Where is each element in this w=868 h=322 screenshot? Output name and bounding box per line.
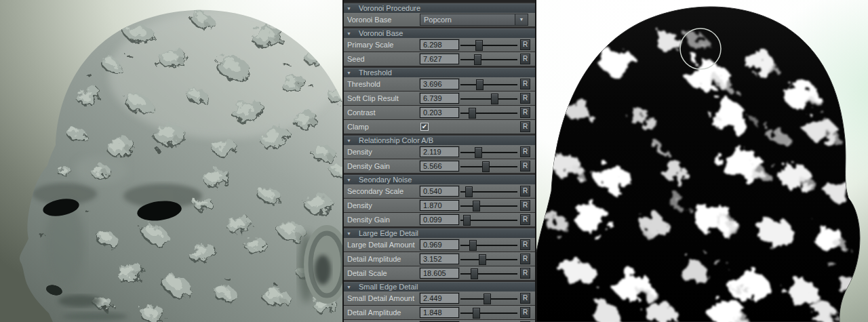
density-gain-slider-track[interactable] bbox=[460, 166, 517, 167]
seed-slider-track[interactable] bbox=[460, 59, 517, 60]
section-header-seondary-noise[interactable]: ▼Seondary Noise bbox=[344, 175, 535, 184]
reset-button[interactable]: R bbox=[520, 268, 530, 279]
param-label: Small Detail Amount bbox=[347, 291, 414, 305]
clamp-checkbox[interactable]: ✔ bbox=[420, 123, 429, 131]
param-row-detail-scale: Detail Scale18.605R bbox=[344, 266, 535, 281]
param-row-secondary-scale: Secondary Scale0.540R bbox=[344, 184, 535, 199]
density-slider-track[interactable] bbox=[460, 152, 517, 153]
reset-button[interactable]: R bbox=[520, 214, 530, 225]
left-viewport[interactable] bbox=[0, 0, 342, 322]
param-label: Contrast bbox=[347, 106, 376, 119]
reset-button[interactable]: R bbox=[520, 239, 530, 250]
param-row-seed: Seed7.627R bbox=[344, 52, 535, 66]
threshold-slider-track[interactable] bbox=[460, 84, 517, 85]
right-viewport[interactable] bbox=[536, 0, 868, 322]
seed-slider-handle[interactable] bbox=[474, 54, 481, 65]
density-slider-track[interactable] bbox=[460, 205, 517, 207]
seed-value-field[interactable]: 7.627 bbox=[420, 54, 459, 64]
large-detail-amount-slider-handle[interactable] bbox=[469, 240, 477, 251]
param-row-large-detail-amount: Large Detail Amount0.969R bbox=[344, 238, 535, 252]
param-label: Voronoi Base bbox=[347, 13, 391, 26]
param-row-density: Density1.870R bbox=[344, 199, 535, 213]
reset-button[interactable]: R bbox=[520, 307, 530, 318]
section-title: Relationship Color A/B bbox=[359, 136, 433, 145]
detail-amplitude-value-field[interactable]: 1.848 bbox=[420, 307, 459, 318]
detail-amplitude-slider-track[interactable] bbox=[460, 259, 517, 260]
primary-scale-value-field[interactable]: 6.298 bbox=[420, 39, 459, 50]
reset-button[interactable]: R bbox=[520, 293, 530, 304]
reset-button[interactable]: R bbox=[520, 79, 530, 89]
param-row-voronoi-base: Voronoi BasePopcorn▼ bbox=[344, 13, 535, 27]
section-header-voronoi-procedure[interactable]: ▼Voronoi Procedure bbox=[344, 3, 535, 13]
reset-button[interactable]: R bbox=[520, 254, 530, 264]
param-label: Density bbox=[347, 145, 372, 159]
param-label: Secondary Scale bbox=[347, 184, 403, 198]
contrast-slider-handle[interactable] bbox=[469, 108, 476, 119]
secondary-scale-slider-handle[interactable] bbox=[465, 186, 473, 197]
reset-button[interactable]: R bbox=[520, 186, 530, 197]
detail-amplitude-slider-track[interactable] bbox=[460, 313, 517, 314]
detail-amplitude-slider-handle[interactable] bbox=[473, 308, 480, 319]
small-detail-amount-slider-track[interactable] bbox=[460, 298, 517, 300]
param-row-density-gain: Density Gain0.099R bbox=[344, 213, 535, 227]
contrast-value-field[interactable]: 0.203 bbox=[420, 107, 459, 118]
small-detail-amount-value-field[interactable]: 2.449 bbox=[420, 293, 459, 304]
density-gain-value-field[interactable]: 0.099 bbox=[420, 214, 459, 225]
section-title: Small Edge Detail bbox=[359, 283, 418, 291]
collapse-arrow-icon: ▼ bbox=[347, 283, 351, 291]
param-label: Density Gain bbox=[347, 159, 390, 173]
density-gain-slider-track[interactable] bbox=[460, 220, 517, 221]
reset-button[interactable]: R bbox=[520, 200, 530, 211]
soft-clip-result-slider-handle[interactable] bbox=[491, 94, 498, 104]
density-gain-value-field[interactable]: 5.566 bbox=[420, 161, 459, 172]
dropdown-arrow-icon[interactable]: ▼ bbox=[515, 14, 528, 25]
reset-button[interactable]: R bbox=[520, 93, 530, 104]
voronoi-base-dropdown[interactable]: Popcorn▼ bbox=[420, 14, 528, 26]
section-header-relationship-color-a-b[interactable]: ▼Relationship Color A/B bbox=[344, 136, 535, 145]
threshold-slider-handle[interactable] bbox=[476, 79, 484, 90]
density-gain-slider-handle[interactable] bbox=[463, 215, 471, 226]
reset-button[interactable]: R bbox=[520, 39, 530, 50]
density-slider-handle[interactable] bbox=[473, 201, 480, 212]
detail-amplitude-value-field[interactable]: 3.152 bbox=[420, 254, 459, 264]
dropdown-selected-value: Popcorn bbox=[424, 16, 452, 24]
primary-scale-slider-track[interactable] bbox=[460, 45, 517, 46]
section-title: Voronoi Base bbox=[359, 29, 403, 38]
large-detail-amount-value-field[interactable]: 0.969 bbox=[420, 239, 459, 250]
reset-button[interactable]: R bbox=[520, 54, 530, 64]
secondary-scale-value-field[interactable]: 0.540 bbox=[420, 186, 459, 197]
reset-button[interactable]: R bbox=[520, 107, 530, 118]
density-value-field[interactable]: 2.119 bbox=[420, 146, 459, 157]
reset-button[interactable]: R bbox=[520, 121, 530, 132]
detail-scale-value-field[interactable]: 18.605 bbox=[420, 268, 459, 279]
secondary-scale-slider-track[interactable] bbox=[460, 191, 517, 193]
section-header-small-edge-detail[interactable]: ▼Small Edge Detail bbox=[344, 282, 535, 291]
reset-button[interactable]: R bbox=[520, 146, 530, 157]
param-label: Density Gain bbox=[347, 213, 390, 226]
param-row-primary-scale: Primary Scale6.298R bbox=[344, 38, 535, 52]
param-row-density-gain: Density Gain5.566R bbox=[344, 159, 535, 174]
density-slider-handle[interactable] bbox=[475, 147, 482, 158]
detail-scale-slider-track[interactable] bbox=[460, 273, 517, 275]
density-gain-slider-handle[interactable] bbox=[482, 161, 490, 172]
small-detail-amount-slider-handle[interactable] bbox=[484, 294, 491, 304]
section-header-threshold[interactable]: ▼Threshold bbox=[344, 68, 535, 77]
section-title: Voronoi Procedure bbox=[359, 4, 420, 13]
ear bbox=[298, 225, 342, 304]
detail-amplitude-slider-handle[interactable] bbox=[479, 254, 486, 265]
threshold-value-field[interactable]: 3.696 bbox=[420, 79, 459, 89]
collapse-arrow-icon: ▼ bbox=[347, 176, 351, 184]
density-value-field[interactable]: 1.870 bbox=[420, 200, 459, 211]
panel-top-strip bbox=[344, 0, 535, 2]
detail-scale-slider-handle[interactable] bbox=[471, 268, 478, 279]
section-header-large-edge-detail[interactable]: ▼Large Edge Detail bbox=[344, 228, 535, 238]
collapse-arrow-icon: ▼ bbox=[347, 4, 351, 13]
section-header-voronoi-base[interactable]: ▼Voronoi Base bbox=[344, 28, 535, 38]
reset-button[interactable]: R bbox=[520, 161, 530, 172]
contrast-slider-track[interactable] bbox=[460, 113, 517, 114]
primary-scale-slider-handle[interactable] bbox=[475, 40, 483, 51]
large-detail-amount-slider-track[interactable] bbox=[460, 245, 517, 246]
param-label: Detail Amplitude bbox=[347, 252, 401, 266]
soft-clip-result-value-field[interactable]: 6.739 bbox=[420, 93, 459, 104]
soft-clip-result-slider-track[interactable] bbox=[460, 98, 517, 100]
